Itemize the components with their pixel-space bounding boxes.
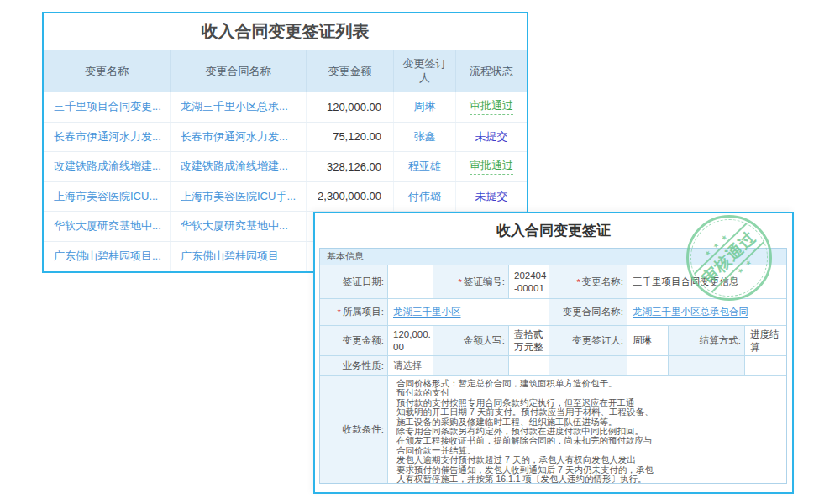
col-header-signer: 变更签订人 (394, 50, 456, 92)
contract-link[interactable]: 龙湖三千里小区总承包合同 (633, 306, 748, 318)
list-title: 收入合同变更签证列表 (44, 13, 527, 50)
cell-amount: 120,000.00 (307, 92, 394, 122)
cell-status[interactable]: 审批通过 (456, 92, 527, 122)
basic-info-table: 基本信息 签证日期: *签证编号: 202404-00001 *变更名称: 三千… (319, 248, 787, 484)
empty-value-cell (509, 356, 549, 375)
empty-label-cell (669, 356, 745, 375)
form-row-4: 业务性质: 请选择 (320, 356, 786, 376)
form-row-2: *所属项目: 龙湖三千里小区 变更合同名称: 龙湖三千里小区总承包合同 (320, 299, 786, 326)
form-title: 收入合同变更签证 (315, 213, 792, 248)
cell-signer: 张鑫 (394, 123, 456, 152)
cell-amount: 328,126.00 (307, 152, 394, 181)
status-badge[interactable]: 未提交 (475, 189, 508, 204)
signer-label: 变更签订人: (549, 326, 627, 355)
cell-contract-name-link[interactable]: 广东佛山碧桂园项目 (171, 242, 307, 272)
contract-value-cell: 龙湖三千里小区总承包合同 (627, 299, 786, 325)
cell-signer: 付伟璐 (394, 182, 456, 212)
settle-value: 进度结算 (745, 326, 786, 355)
required-marker: * (338, 307, 341, 318)
empty-label-cell (433, 356, 509, 375)
cell-status[interactable]: 未提交 (456, 123, 527, 152)
business-select[interactable]: 请选择 (388, 356, 433, 375)
cell-contract-name-link[interactable]: 长春市伊通河水力发... (171, 123, 307, 152)
visa-date-label: 签证日期: (320, 265, 388, 298)
empty-label-cell (549, 356, 627, 375)
section-header-basic-info: 基本信息 (320, 249, 786, 265)
change-form-panel: 收入合同变更签证 基本信息 签证日期: *签证编号: 202404-00001 … (313, 212, 794, 494)
contract-label: 变更合同名称: (549, 299, 627, 325)
signer-value: 周琳 (627, 326, 669, 355)
cell-change-name-link[interactable]: 广东佛山碧桂园项目... (44, 242, 171, 272)
col-header-status: 流程状态 (456, 50, 527, 92)
cell-change-name-link[interactable]: 三千里项目合同变更... (44, 92, 171, 122)
page: 收入合同变更签证列表 变更名称 变更合同名称 变更金额 变更签订人 流程状态 三… (0, 0, 840, 504)
table-row: 三千里项目合同变更... 龙湖三千里小区总承... 120,000.00 周琳 … (44, 92, 527, 123)
required-marker: * (459, 277, 462, 287)
cell-amount: 75,120.00 (307, 123, 394, 152)
cell-change-name-link[interactable]: 华软大厦研究基地中... (44, 212, 171, 241)
amount-words-label: 金额大写: (433, 326, 509, 355)
business-label: 业务性质: (320, 356, 388, 375)
project-label: *所属项目: (320, 299, 388, 325)
status-badge[interactable]: 未提交 (475, 129, 508, 144)
amount-label: 变更金额: (320, 326, 388, 355)
form-row-3: 变更金额: 120,000.00 金额大写: 壹拾贰万元整 变更签订人: 周琳 … (320, 326, 786, 356)
visa-date-input[interactable] (388, 265, 433, 298)
table-row: 上海市美容医院ICU... 上海市美容医院ICU手... 2,300,000.0… (44, 182, 527, 213)
cell-signer: 周琳 (394, 92, 456, 122)
visa-no-label: *签证编号: (433, 265, 509, 298)
cell-status[interactable]: 审批通过 (456, 152, 527, 181)
required-marker: * (577, 277, 580, 287)
cell-signer: 程亚雄 (394, 152, 456, 181)
form-row-5: 收款条件: 合同价格形式：暂定总价合同，建筑面积单方造价包干。 预付款的支付 预… (320, 376, 786, 483)
cell-amount: 2,300,000.00 (307, 182, 394, 212)
change-name-label: *变更名称: (549, 265, 627, 298)
col-header-change-name: 变更名称 (44, 50, 171, 92)
list-header-row: 变更名称 变更合同名称 变更金额 变更签订人 流程状态 (44, 50, 527, 92)
empty-value-cell (627, 356, 669, 375)
status-badge[interactable]: 审批通过 (470, 158, 513, 175)
table-row: 长春市伊通河水力发... 长春市伊通河水力发... 75,120.00 张鑫 未… (44, 123, 527, 153)
cell-contract-name-link[interactable]: 改建铁路成渝线增建... (171, 152, 307, 181)
table-row: 改建铁路成渝线增建... 改建铁路成渝线增建... 328,126.00 程亚雄… (44, 152, 527, 182)
cell-contract-name-link[interactable]: 华软大厦研究基地中... (171, 212, 307, 241)
cell-change-name-link[interactable]: 上海市美容医院ICU... (44, 182, 171, 212)
col-header-contract-name: 变更合同名称 (171, 50, 307, 92)
change-name-value: 三千里项目合同变更信息 (627, 265, 786, 298)
visa-no-value: 202404-00001 (509, 265, 549, 298)
terms-value: 合同价格形式：暂定总价合同，建筑面积单方造价包干。 预付款的支付 预付款的支付按… (388, 376, 786, 483)
terms-label: 收款条件: (320, 376, 388, 483)
cell-status[interactable]: 未提交 (456, 182, 527, 212)
project-link[interactable]: 龙湖三千里小区 (393, 306, 461, 318)
project-value-cell: 龙湖三千里小区 (388, 299, 549, 325)
cell-contract-name-link[interactable]: 龙湖三千里小区总承... (171, 92, 307, 122)
amount-value: 120,000.00 (388, 326, 433, 355)
settle-label: 结算方式: (669, 326, 745, 355)
col-header-amount: 变更金额 (307, 50, 394, 92)
empty-value-cell (745, 356, 786, 375)
cell-change-name-link[interactable]: 长春市伊通河水力发... (44, 123, 171, 152)
amount-words-value: 壹拾贰万元整 (509, 326, 549, 355)
cell-contract-name-link[interactable]: 上海市美容医院ICU手... (171, 182, 307, 212)
cell-change-name-link[interactable]: 改建铁路成渝线增建... (44, 152, 171, 181)
status-badge[interactable]: 审批通过 (470, 98, 513, 115)
form-row-1: 签证日期: *签证编号: 202404-00001 *变更名称: 三千里项目合同… (320, 265, 786, 299)
